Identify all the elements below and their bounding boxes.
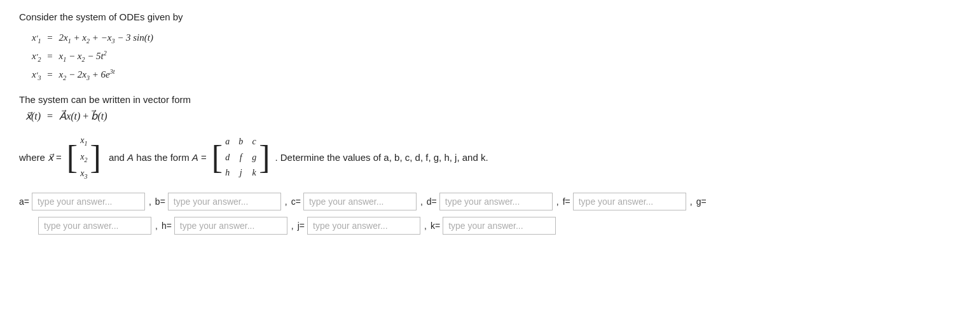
A-bracket-left: [ xyxy=(212,141,223,174)
x-cell-2: x2 xyxy=(80,150,87,165)
sep-8: , xyxy=(424,221,427,231)
vector-equation: x⃗(t) = A⃗x(t) + b⃗(t) xyxy=(25,110,961,122)
vec-x-t: x⃗(t) xyxy=(25,111,41,121)
where-row: where x⃗ = [ x1 x2 x3 ] and A has the fo… xyxy=(19,134,961,181)
where-label: where x⃗ = xyxy=(19,152,62,163)
x-bracket-left: [ xyxy=(67,141,78,174)
determine-text: . Determine the values of a, b, c, d, f,… xyxy=(275,152,488,163)
input-g[interactable] xyxy=(38,217,151,235)
ode3-lhs: x′3 xyxy=(32,69,41,79)
input-a[interactable] xyxy=(32,193,145,210)
answer-row-1: a= , b= , c= , d= , f= , g= xyxy=(19,193,961,210)
vector-form-label: The system can be written in vector form xyxy=(19,94,961,105)
input-h[interactable] xyxy=(174,217,287,235)
x-cell-3: x3 xyxy=(80,167,87,182)
A-cell-b: b xyxy=(238,135,243,149)
vec-Ax: A⃗x(t) xyxy=(59,111,80,121)
ode2-rhs: x1 − x2 − 5t2 xyxy=(59,51,106,61)
ode1-lhs: x′1 xyxy=(32,32,41,43)
input-b[interactable] xyxy=(168,193,281,210)
eq-sign: = xyxy=(47,111,53,121)
x-bracket-right: ] xyxy=(90,141,100,174)
A-cell-j: j xyxy=(240,166,242,180)
A-cell-g: g xyxy=(252,151,256,165)
A-cell-k: k xyxy=(252,166,256,180)
plus-sign: + xyxy=(83,111,91,121)
sep-6: , xyxy=(155,221,158,231)
A-matrix: [ a b c d f g h j k ] xyxy=(212,135,270,180)
ode2-lhs: x′2 xyxy=(32,51,41,61)
A-bracket-right: ] xyxy=(259,141,270,174)
label-k: k= xyxy=(431,221,440,231)
and-A-text: and A has the form A = xyxy=(106,152,207,163)
input-f[interactable] xyxy=(573,193,686,210)
A-matrix-grid: a b c d f g h j k xyxy=(225,135,256,180)
sep-5: , xyxy=(690,196,693,207)
ode-line-3: x′3 = x2 − 2x3 + 6e3t xyxy=(32,65,961,84)
label-c: c= xyxy=(291,196,301,207)
sep-1: , xyxy=(149,196,151,207)
sep-3: , xyxy=(420,196,423,207)
A-cell-d: d xyxy=(225,151,230,165)
ode1-rhs: 2x1 + x2 + −x3 − 3 sin(t) xyxy=(59,32,153,43)
label-h: h= xyxy=(162,221,172,231)
label-a: a= xyxy=(19,196,29,207)
ode-line-1: x′1 = 2x1 + x2 + −x3 − 3 sin(t) xyxy=(32,29,961,47)
x-cell-1: x1 xyxy=(80,134,87,149)
sep-4: , xyxy=(556,196,559,207)
A-cell-h: h xyxy=(225,166,230,180)
label-j: j= xyxy=(298,221,305,231)
A-cell-f: f xyxy=(240,151,242,165)
label-d: d= xyxy=(427,196,437,207)
label-g: g= xyxy=(696,196,707,207)
A-cell-c: c xyxy=(252,135,256,149)
A-cell-a: a xyxy=(225,135,230,149)
ode3-rhs: x2 − 2x3 + 6e3t xyxy=(59,69,114,79)
answer-row-2: , h= , j= , k= xyxy=(38,217,961,235)
x-vector-grid: x1 x2 x3 xyxy=(80,134,87,181)
intro-text: Consider the system of ODEs given by xyxy=(19,11,961,22)
label-b: b= xyxy=(155,196,165,207)
input-k[interactable] xyxy=(443,217,556,235)
x-vector-matrix: [ x1 x2 x3 ] xyxy=(67,134,101,181)
ode-system: x′1 = 2x1 + x2 + −x3 − 3 sin(t) x′2 = x1… xyxy=(32,29,961,84)
input-j[interactable] xyxy=(307,217,420,235)
ode-line-2: x′2 = x1 − x2 − 5t2 xyxy=(32,47,961,65)
input-d[interactable] xyxy=(439,193,553,210)
input-c[interactable] xyxy=(303,193,417,210)
vec-b: b⃗(t) xyxy=(91,111,107,121)
label-f: f= xyxy=(563,196,570,207)
sep-7: , xyxy=(291,221,294,231)
sep-2: , xyxy=(285,196,287,207)
